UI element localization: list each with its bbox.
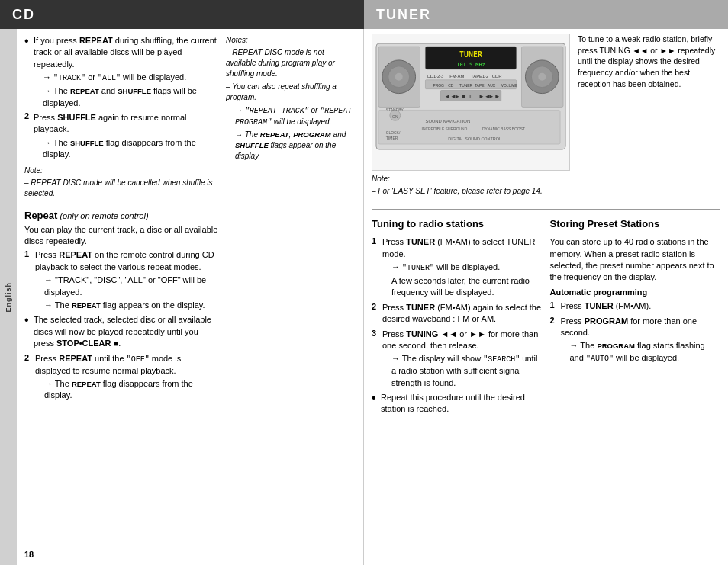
sidebar: English xyxy=(0,29,17,565)
list-item: 1 Press TUNER (FM•AM). xyxy=(550,300,721,313)
tuner-divider xyxy=(372,209,720,210)
tuning-step3: Press TUNING ◄◄ or ►► for more than one … xyxy=(382,329,543,352)
cd-section: • If you press REPEAT during shuffling, … xyxy=(17,29,364,565)
text-block: If you press REPEAT during shuffling, th… xyxy=(34,35,218,111)
page-number: 18 xyxy=(24,547,356,559)
tuner-header-label: TUNER xyxy=(376,7,431,23)
list-item: 2 Press PROGRAM for more than one second… xyxy=(550,316,721,366)
repeat-title: Repeat (only on remote control) xyxy=(24,209,218,223)
cd-note4: → The REPEAT, PROGRAM and SHUFFLE flags … xyxy=(226,130,356,162)
tuning-bullet: Repeat this procedure until the desired … xyxy=(381,392,543,416)
svg-text:DIGITAL SOUND CONTROL: DIGITAL SOUND CONTROL xyxy=(448,136,501,141)
svg-text:AUX: AUX xyxy=(488,84,496,88)
cd-arrow-flags: → The REPEAT and SHUFFLE flags will be d… xyxy=(34,85,218,109)
repeat-step2: Press REPEAT until the "OFF" mode is dis… xyxy=(35,353,218,377)
svg-text:►: ► xyxy=(454,93,460,100)
text-block: Repeat this procedure until the desired … xyxy=(381,392,543,417)
content-area: English • If you press REPEAT during shu… xyxy=(0,29,728,565)
cd-top: • If you press REPEAT during shuffling, … xyxy=(24,35,356,405)
text-block: Press TUNER (FM•AM) again to select the … xyxy=(382,302,543,327)
text-block: Press PROGRAM for more than one second. … xyxy=(561,316,721,366)
storing-step2-num: 2 xyxy=(550,316,558,366)
storing-intro: You can store up to 40 radio stations in… xyxy=(550,236,721,284)
svg-text:■: ■ xyxy=(462,93,465,100)
tuning-step1-num: 1 xyxy=(372,236,379,300)
storing-step2: Press PROGRAM for more than one second. xyxy=(561,316,721,339)
tuner-weak-station: To tune to a weak radio station, briefly… xyxy=(578,34,720,198)
note-repeat-disc: – REPEAT DISC mode will be cancelled whe… xyxy=(24,178,218,199)
bullet-icon: • xyxy=(24,35,31,111)
repeat-step1-arrow2: → The REPEAT flag appears on the display… xyxy=(35,300,218,311)
repeat-title-text: Repeat xyxy=(24,210,57,221)
device-image: TUNER 101.5 MHz CD1·2·3 FM·AM TAPE1·2 CD… xyxy=(372,34,570,171)
step2-num: 2 xyxy=(24,112,31,162)
tuning-title: Tuning to radio stations xyxy=(372,217,543,233)
repeat-step1-arrow1: → "TRACK", "DISC", "ALL" or "OFF" will b… xyxy=(35,274,218,298)
repeat-step2-arrow: → The REPEAT flag disappears from the di… xyxy=(35,378,218,402)
list-item: 1 Press REPEAT on the remote control dur… xyxy=(24,249,218,313)
tuning-step2-num: 2 xyxy=(372,302,379,327)
cd-arrow-track: → "TRACK" or "ALL" will be displayed. xyxy=(34,72,218,84)
device-svg: TUNER 101.5 MHz CD1·2·3 FM·AM TAPE1·2 CD… xyxy=(372,34,569,170)
list-item: • Repeat this procedure until the desire… xyxy=(372,392,543,417)
svg-text:CD1·2·3: CD1·2·3 xyxy=(427,74,443,79)
auto-prog-label: Automatic programming xyxy=(550,287,721,298)
text-block: Press TUNER (FM•AM). xyxy=(561,300,721,313)
svg-point-29 xyxy=(538,73,546,81)
list-item: 3 Press TUNING ◄◄ or ►► for more than on… xyxy=(372,329,543,391)
cd-note2: – You can also repeat shuffling a progra… xyxy=(226,82,356,103)
svg-text:VOLUME: VOLUME xyxy=(501,84,518,88)
list-item: 1 Press TUNER (FM•AM) to select TUNER mo… xyxy=(372,236,543,300)
text-block: Press REPEAT until the "OFF" mode is dis… xyxy=(35,353,218,403)
bullet-icon: • xyxy=(372,392,378,417)
weak-station-text: To tune to a weak radio station, briefly… xyxy=(578,34,720,89)
cd-step2-text: Press SHUFFLE again to resume normal pla… xyxy=(34,112,218,136)
tuner-bottom: Tuning to radio stations 1 Press TUNER (… xyxy=(372,217,720,419)
tuner-note-text: – For 'EASY SET' feature, please refer t… xyxy=(372,186,570,197)
step2b-num: 2 xyxy=(24,353,32,403)
note-label-cd: Note: xyxy=(24,165,218,176)
storing-title: Storing Preset Stations xyxy=(550,217,721,233)
sidebar-label: English xyxy=(5,282,12,313)
svg-text:INCREDIBLE SURROUND: INCREDIBLE SURROUND xyxy=(422,127,468,131)
repeat-intro: You can play the current track, a disc o… xyxy=(24,224,218,248)
page: CD TUNER English • If you pr xyxy=(0,0,728,565)
header-cd: CD xyxy=(0,0,364,29)
tuning-step3-num: 3 xyxy=(372,329,379,391)
cd-header-label: CD xyxy=(12,7,35,23)
repeat-subtitle: (only on remote control) xyxy=(60,211,148,220)
text-block: Press TUNER (FM•AM) to select TUNER mode… xyxy=(382,236,543,300)
text-block: Press TUNING ◄◄ or ►► for more than one … xyxy=(382,329,543,391)
svg-text:TAPE: TAPE xyxy=(475,84,485,88)
cd-step2-arrow: → The SHUFFLE flag disappears from the d… xyxy=(34,137,218,161)
svg-text:TIMER: TIMER xyxy=(386,136,398,140)
list-item: 2 Press TUNER (FM•AM) again to select th… xyxy=(372,302,543,327)
storing-step2-arrow: → The PROGRAM flag starts flashing and "… xyxy=(561,340,721,364)
header-tuner: TUNER xyxy=(364,0,728,29)
text-block: Press REPEAT on the remote control durin… xyxy=(35,249,218,313)
list-item: • If you press REPEAT during shuffling, … xyxy=(24,35,218,111)
repeat-step1: Press REPEAT on the remote control durin… xyxy=(35,249,218,273)
tuning-step2: Press TUNER (FM•AM) again to select the … xyxy=(382,302,543,326)
list-item: 2 Press REPEAT until the "OFF" mode is d… xyxy=(24,353,218,403)
cd-note1: – REPEAT DISC mode is not available duri… xyxy=(226,47,356,79)
tuner-note-label: Note: xyxy=(372,174,570,185)
storing-step1-num: 1 xyxy=(550,300,558,313)
text-block: The selected track, selected disc or all… xyxy=(34,314,218,351)
svg-text:►►: ►► xyxy=(488,93,501,100)
svg-text:STANDBY: STANDBY xyxy=(386,108,404,112)
divider xyxy=(24,204,218,204)
cd-notes-label: Notes: xyxy=(226,35,356,46)
svg-text:DYNAMIC BASS BOOST: DYNAMIC BASS BOOST xyxy=(482,127,525,131)
svg-text:101.5 MHz: 101.5 MHz xyxy=(456,62,485,68)
svg-text:TUNER: TUNER xyxy=(459,50,482,59)
tuning-section: Tuning to radio stations 1 Press TUNER (… xyxy=(372,217,543,419)
cd-shuffle-text: If you press REPEAT during shuffling, th… xyxy=(34,35,218,70)
cd-note3: → "REPEAT TRACK" or "REPEAT PROGRAM" wil… xyxy=(226,105,356,128)
step1-num: 1 xyxy=(24,249,32,313)
list-item: • The selected track, selected disc or a… xyxy=(24,314,218,351)
main-content: • If you press REPEAT during shuffling, … xyxy=(17,29,728,565)
tuning-step1-arrow1: → "TUNER" will be displayed. xyxy=(382,262,543,274)
tuning-step1: Press TUNER (FM•AM) to select TUNER mode… xyxy=(382,236,543,260)
svg-text:FM·AM: FM·AM xyxy=(449,74,464,79)
